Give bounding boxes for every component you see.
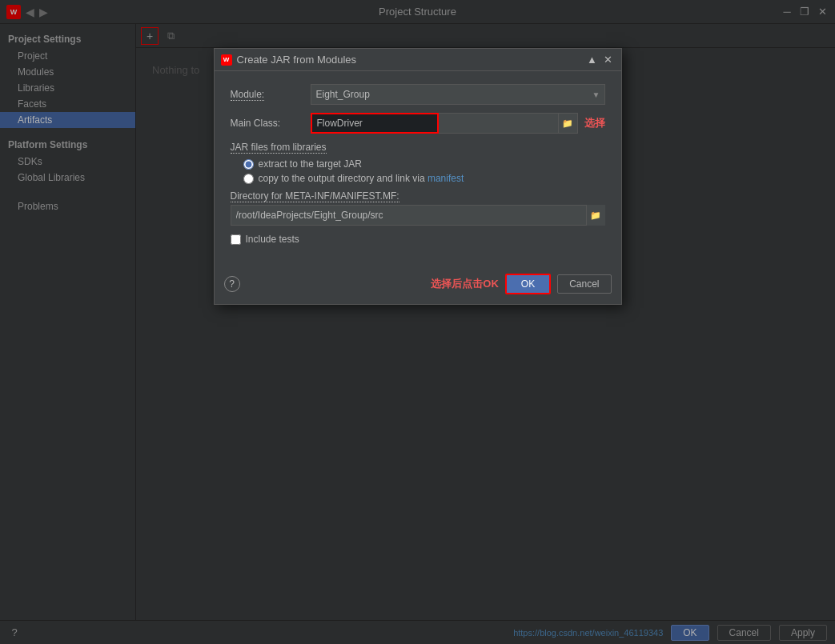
dialog-logo: W bbox=[221, 54, 232, 66]
dialog-close-button[interactable]: ✕ bbox=[602, 54, 615, 66]
radio-extract-row: extract to the target JAR bbox=[243, 158, 605, 170]
dialog-button-group: 选择后点击OK OK Cancel bbox=[431, 274, 611, 294]
dialog-footer: ? 选择后点击OK OK Cancel bbox=[215, 269, 621, 304]
radio-copy-row: copy to the output directory and link vi… bbox=[243, 173, 605, 184]
dialog-overlay: W Create JAR from Modules ▲ ✕ Module: Ei… bbox=[0, 0, 835, 644]
include-tests-label[interactable]: Include tests bbox=[246, 234, 299, 245]
dialog-title: Create JAR from Modules bbox=[237, 54, 357, 66]
main-class-row: Main Class: 📁 选择 bbox=[231, 113, 605, 134]
dialog-ok-button[interactable]: OK bbox=[505, 274, 551, 294]
dialog-title-controls[interactable]: ▲ ✕ bbox=[586, 54, 615, 66]
include-tests-row: Include tests bbox=[231, 234, 605, 245]
radio-copy-label[interactable]: copy to the output directory and link vi… bbox=[259, 173, 464, 184]
jar-files-label: JAR files from libraries bbox=[231, 142, 605, 154]
dialog-cancel-button[interactable]: Cancel bbox=[557, 274, 611, 294]
dialog-collapse-button[interactable]: ▲ bbox=[586, 54, 599, 66]
folder-icon: 📁 bbox=[562, 118, 573, 129]
directory-input-wrap: 📁 bbox=[231, 205, 605, 226]
module-select[interactable]: Eight_Group bbox=[311, 84, 605, 105]
module-label: Module: bbox=[231, 89, 311, 100]
main-class-input-wrap: 📁 选择 bbox=[311, 113, 605, 134]
radio-group: extract to the target JAR copy to the ou… bbox=[231, 158, 605, 184]
manifest-link[interactable]: manifest bbox=[428, 173, 464, 184]
dialog-body: Module: Eight_Group ▼ Main Class: bbox=[215, 71, 621, 269]
dialog-help-button[interactable]: ? bbox=[224, 276, 240, 292]
radio-extract[interactable] bbox=[243, 159, 254, 170]
folder-browse-icon: 📁 bbox=[590, 210, 601, 221]
directory-input[interactable] bbox=[231, 205, 605, 226]
include-tests-checkbox[interactable] bbox=[231, 234, 241, 245]
radio-copy[interactable] bbox=[243, 174, 254, 184]
directory-row: Directory for META-INF/MANIFEST.MF: 📁 bbox=[231, 190, 605, 226]
radio-extract-label[interactable]: extract to the target JAR bbox=[259, 158, 362, 170]
dialog-titlebar: W Create JAR from Modules ▲ ✕ bbox=[215, 49, 621, 71]
main-class-browse-button[interactable]: 📁 bbox=[558, 114, 577, 133]
select-hint-text: 选择 bbox=[584, 116, 605, 130]
jar-files-section: JAR files from libraries extract to the … bbox=[231, 142, 605, 184]
directory-label: Directory for META-INF/MANIFEST.MF: bbox=[231, 190, 605, 202]
main-class-label: Main Class: bbox=[231, 118, 311, 129]
module-select-wrap: Eight_Group ▼ bbox=[311, 84, 605, 105]
create-jar-dialog: W Create JAR from Modules ▲ ✕ Module: Ei… bbox=[214, 48, 622, 305]
directory-browse-button[interactable]: 📁 bbox=[586, 205, 605, 226]
module-row: Module: Eight_Group ▼ bbox=[231, 84, 605, 105]
dialog-titlebar-left: W Create JAR from Modules bbox=[221, 54, 357, 66]
main-class-input[interactable] bbox=[311, 113, 439, 134]
main-class-browse-area: 📁 bbox=[439, 113, 578, 134]
hint-click-ok: 选择后点击OK bbox=[431, 277, 499, 291]
